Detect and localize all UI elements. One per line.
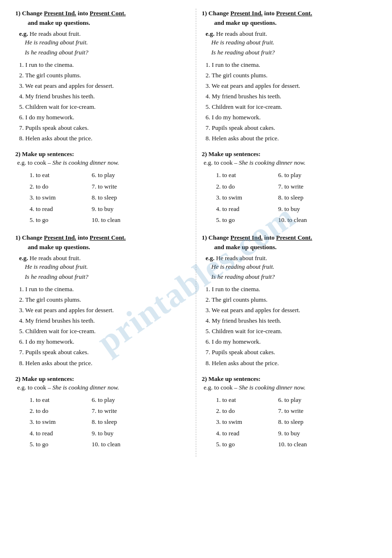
list-item: 8. Helen asks about the price. (206, 358, 377, 368)
list-item: 8. Helen asks about the price. (19, 358, 190, 368)
list-item: 3. We eat pears and apples for dessert. (19, 81, 190, 91)
exercise1-list-bottom-left: 1. I run to the cinema. 2. The girl coun… (19, 284, 190, 368)
section2-top-right: 2) Make up sentences: e.g. to cook – She… (202, 150, 377, 225)
instruction-text-tr3: and make up questions. (202, 19, 277, 26)
list-item: 3. We eat pears and apples for dessert. (19, 305, 190, 316)
list-item: 3. to swim (216, 192, 278, 203)
list-item: 6. to play (92, 394, 154, 405)
instruction-text-bl3: and make up questions. (15, 243, 90, 251)
list-item: 4. to read (216, 428, 278, 439)
example-sentence-br: He reads about fruit. (216, 254, 267, 262)
col-left-items-br: 1. to eat 2. to do 3. to swim 4. to read… (216, 394, 278, 450)
list-item: 2. The girl counts plums. (19, 295, 190, 305)
list-item: 6. to play (278, 394, 340, 405)
list-item: 8. to sleep (278, 192, 340, 203)
two-col-list-top-right: 1. to eat 2. to do 3. to swim 4. to read… (216, 169, 377, 225)
eg-text-br: e.g. to cook – (204, 384, 239, 391)
instruction-text-bl1: 1) Change (15, 234, 44, 241)
list-item: 1. to eat (30, 169, 92, 180)
list-item: 5. Children wait for ice-cream. (206, 326, 377, 337)
list-item: 9. to buy (278, 203, 340, 214)
present-cont-label-br: Present Cont. (276, 234, 312, 241)
present-cont-label-1: Present Cont. (90, 10, 126, 17)
col-left-items-tr: 1. to eat 2. to do 3. to swim 4. to read… (216, 169, 278, 225)
col-right-items-bl: 6. to play 7. to write 8. to sleep 9. to… (92, 394, 154, 450)
example-block-tr: e.g. He reads about fruit. He is reading… (206, 30, 377, 58)
section2-top-left: 2) Make up sentences: e.g. to cook – She… (15, 150, 190, 225)
section1-bottom-left: 1) Change Present Ind. into Present Cont… (15, 233, 190, 368)
exercise1-list-bottom-right: 1. I run to the cinema. 2. The girl coun… (206, 284, 377, 368)
example-sentence-tr: He reads about fruit. (216, 30, 267, 37)
list-item: 5. Children wait for ice-cream. (19, 102, 190, 112)
example-italic2-bl: Is he reading about fruit? (25, 272, 190, 282)
eg-line-br: e.g. to cook – She is cooking dinner now… (204, 384, 377, 391)
list-item: 9. to buy (278, 428, 340, 439)
list-item: 4. to read (30, 428, 92, 439)
list-item: 6. I do my homework. (19, 112, 190, 123)
list-item: 2. to do (216, 405, 278, 416)
list-item: 4. My friend brushes his teeth. (206, 91, 377, 102)
list-item: 4. My friend brushes his teeth. (19, 316, 190, 326)
list-item: 8. Helen asks about the price. (19, 133, 190, 144)
example-sentence-1: He reads about fruit. (30, 30, 81, 37)
section2-label-br: 2) Make up sentences: (202, 375, 377, 383)
column-top-left: 1) Change Present Ind. into Present Cont… (10, 9, 196, 457)
two-col-list-bottom-right: 1. to eat 2. to do 3. to swim 4. to read… (216, 394, 377, 450)
column-right: 1) Change Present Ind. into Present Cont… (196, 9, 383, 457)
col-left-items-bl: 1. to eat 2. to do 3. to swim 4. to read… (30, 394, 92, 450)
example-italic2-1: Is he reading about fruit? (25, 48, 190, 58)
list-item: 1. I run to the cinema. (19, 284, 190, 295)
list-item: 6. I do my homework. (206, 337, 377, 347)
list-item: 1. to eat (216, 169, 278, 180)
list-item: 7. Pupils speak about cakes. (19, 123, 190, 133)
list-item: 10. to clean (92, 214, 154, 225)
eg-line-1: e.g. to cook – She is cooking dinner now… (17, 159, 190, 167)
example-sentence-bl: He reads about fruit. (30, 254, 81, 262)
instruction-bottom-right: 1) Change Present Ind. into Present Cont… (202, 233, 377, 252)
list-item: 8. to sleep (92, 416, 154, 427)
list-item: 2. The girl counts plums. (206, 295, 377, 305)
example-block-1: e.g. He reads about fruit. He is reading… (19, 30, 190, 58)
section1-top-left: 1) Change Present Ind. into Present Cont… (15, 9, 190, 144)
present-ind-label-bl: Present Ind. (44, 234, 76, 241)
eg-italic-br: She is cooking dinner now. (239, 384, 306, 391)
list-item: 3. to swim (216, 416, 278, 427)
list-item: 7. Pupils speak about cakes. (206, 347, 377, 358)
list-item: 4. to read (216, 203, 278, 214)
list-item: 8. to sleep (278, 416, 340, 427)
list-item: 9. to buy (92, 203, 154, 214)
instruction-text-2: into (76, 10, 90, 17)
instruction-text-3: and make up questions. (15, 19, 90, 26)
list-item: 3. to swim (30, 192, 92, 203)
section1-bottom-right: 1) Change Present Ind. into Present Cont… (202, 233, 377, 368)
example-italic1-bl: He is reading about fruit. (25, 262, 190, 272)
example-label-bl: e.g. (19, 254, 28, 262)
instruction-text-br3: and make up questions. (202, 243, 277, 251)
col-left-items: 1. to eat 2. to do 3. to swim 4. to read… (30, 169, 92, 225)
example-italic2-tr: Is he reading about fruit? (212, 48, 377, 58)
list-item: 7. to write (278, 405, 340, 416)
section2-bottom-left: 2) Make up sentences: e.g. to cook – She… (15, 375, 190, 450)
eg-text-tr: e.g. to cook – (204, 159, 239, 166)
list-item: 8. to sleep (92, 192, 154, 203)
instruction-text-br2: into (263, 234, 276, 241)
instruction-text-tr1: 1) Change (202, 10, 231, 17)
list-item: 7. Pupils speak about cakes. (206, 123, 377, 133)
page: 1) Change Present Ind. into Present Cont… (0, 0, 392, 465)
instruction-text-1: 1) Change (15, 10, 44, 17)
col-right-items: 6. to play 7. to write 8. to sleep 9. to… (92, 169, 154, 225)
list-item: 6. to play (92, 169, 154, 180)
section1-top-right: 1) Change Present Ind. into Present Cont… (202, 9, 377, 144)
list-item: 3. We eat pears and apples for dessert. (206, 81, 377, 91)
list-item: 1. I run to the cinema. (206, 284, 377, 295)
list-item: 4. My friend brushes his teeth. (19, 91, 190, 102)
list-item: 6. I do my homework. (206, 112, 377, 123)
example-block-bl: e.g. He reads about fruit. He is reading… (19, 254, 190, 282)
instruction-text-br1: 1) Change (202, 234, 231, 241)
present-ind-label-tr: Present Ind. (230, 10, 263, 17)
list-item: 5. to go (30, 214, 92, 225)
list-item: 5. Children wait for ice-cream. (19, 326, 190, 337)
list-item: 8. Helen asks about the price. (206, 133, 377, 144)
list-item: 6. I do my homework. (19, 337, 190, 347)
list-item: 7. to write (92, 181, 154, 192)
